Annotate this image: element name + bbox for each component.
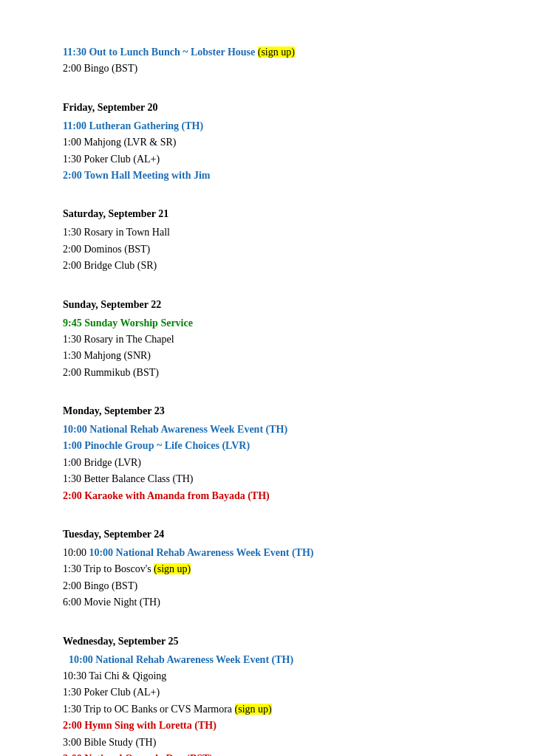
event-text: 11:30 Out to Lunch Bunch ~ Lobster House [63,47,258,58]
event-line: 1:00 Mahjong (LVR & SR) [63,134,472,151]
signup-badge: (sign up) [258,47,295,58]
day-header-sat-sep21: Saturday, September 21 [63,206,472,221]
section-sat-sep21: Saturday, September 21 1:30 Rosary in To… [63,206,472,274]
event-line: 1:00 Bridge (LVR) [63,455,472,471]
day-header-wed-sep25: Wednesday, September 25 [63,633,472,649]
event-line: 6:00 Movie Night (TH) [63,594,472,611]
event-line: 10:00 National Rehab Awareness Week Even… [63,652,472,668]
event-hymn-sing: 2:00 Hymn Sing with Loretta (TH) [63,718,472,734]
event-line: 1:30 Mahjong (SNR) [63,348,472,364]
event-line: 1:30 Rosary in The Chapel [63,331,472,348]
section-wed-sep25: Wednesday, September 25 10:00 National R… [63,633,472,756]
section-mon-sep23: Monday, September 23 10:00 National Reha… [63,403,472,504]
section-tue-sep24: Tuesday, September 24 10:00 10:00 Nation… [63,526,472,611]
event-line: 10:00 10:00 National Rehab Awareness Wee… [63,545,472,561]
event-line: 11:00 Lutheran Gathering (TH) [63,118,472,134]
signup-badge: (sign up) [154,563,191,574]
page-content: 11:30 Out to Lunch Bunch ~ Lobster House… [63,44,472,756]
event-text: 10:00 National Rehab Awareness Week Even… [89,547,313,558]
event-line: 10:00 National Rehab Awareness Week Even… [63,422,472,438]
event-line: 1:30 Trip to Boscov's (sign up) [63,561,472,577]
event-town-hall: 2:00 Town Hall Meeting with Jim [63,168,472,184]
event-sunday-worship: 9:45 Sunday Worship Service [63,315,472,331]
section-fri-sep20: Friday, September 20 11:00 Lutheran Gath… [63,100,472,185]
event-line: 2:00 Dominos (BST) [63,241,472,258]
event-line: 1:30 Trip to OC Banks or CVS Marmora (si… [63,701,472,718]
event-line: 1:00 Pinochle Group ~ Life Choices (LVR) [63,438,472,454]
section-sun-sep22: Sunday, September 22 9:45 Sunday Worship… [63,297,472,382]
event-prefix: 10:00 [63,547,89,558]
event-line: 1:30 Poker Club (AL+) [63,684,472,701]
event-text: 1:30 Trip to OC Banks or CVS Marmora [63,704,235,715]
event-line: 3:00 Bible Study (TH) [63,735,472,751]
event-quesada-day: 3:00 National Quesada Day (BST) [63,751,472,756]
section-intro: 11:30 Out to Lunch Bunch ~ Lobster House… [63,44,472,78]
day-header-mon-sep23: Monday, September 23 [63,403,472,419]
event-text: 1:30 Trip to Boscov's [63,563,154,574]
event-line: 2:00 Bingo (BST) [63,61,472,77]
event-line: 2:00 Bridge Club (SR) [63,258,472,274]
event-line: 2:00 Bingo (BST) [63,578,472,594]
event-line: 1:30 Better Balance Class (TH) [63,471,472,487]
day-header-tue-sep24: Tuesday, September 24 [63,526,472,542]
event-line: 11:30 Out to Lunch Bunch ~ Lobster House… [63,44,472,61]
event-karaoke: 2:00 Karaoke with Amanda from Bayada (TH… [63,488,472,504]
event-line: 2:00 Rummikub (BST) [63,365,472,381]
event-line: 10:30 Tai Chi & Qigoing [63,668,472,684]
event-line: 1:30 Rosary in Town Hall [63,224,472,241]
day-header-fri-sep20: Friday, September 20 [63,100,472,115]
signup-badge: (sign up) [235,704,272,715]
day-header-sun-sep22: Sunday, September 22 [63,297,472,312]
event-line: 1:30 Poker Club (AL+) [63,151,472,168]
